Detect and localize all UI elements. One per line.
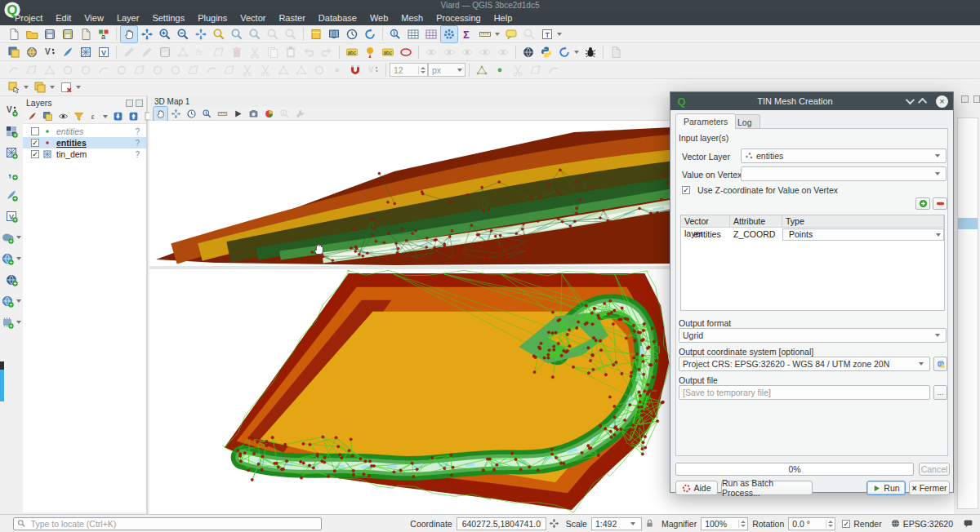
- zoom-full-3d-icon[interactable]: [169, 107, 183, 121]
- zoom-to-selection-icon[interactable]: [229, 26, 245, 42]
- zoom-full-icon[interactable]: [193, 26, 209, 42]
- measure-line-3d-icon[interactable]: [216, 107, 229, 121]
- vertex-table[interactable]: Vector layer Attribute Type entities Z_C…: [680, 215, 945, 311]
- cell-type-combo[interactable]: Points: [782, 228, 944, 241]
- layer-checkbox[interactable]: ✓: [31, 139, 39, 147]
- split-parts-icon[interactable]: [239, 62, 256, 78]
- open-layer-styling-icon[interactable]: [25, 109, 39, 123]
- map-themes-dropdown-arrow[interactable]: [50, 86, 55, 89]
- save-project-icon[interactable]: [42, 26, 58, 42]
- menu-database[interactable]: Database: [312, 11, 363, 25]
- layer-labeling-icon[interactable]: abc: [344, 44, 360, 60]
- field-calculator-icon[interactable]: [423, 26, 439, 42]
- add-delimited-text-layer-icon[interactable]: ,: [3, 166, 20, 182]
- save-layer-edits-icon[interactable]: [157, 44, 173, 60]
- add-line-layer-icon[interactable]: [60, 44, 76, 60]
- layer-diagram-icon[interactable]: [362, 44, 378, 60]
- offset-curve-icon[interactable]: [203, 62, 220, 78]
- show-hidden-labels-icon[interactable]: [459, 44, 475, 60]
- offset-point-symbol-icon[interactable]: [329, 62, 345, 78]
- magnifier-spin[interactable]: 100%: [701, 517, 748, 530]
- first-aid-debug-icon[interactable]: [582, 44, 599, 60]
- zoom-out-icon[interactable]: [175, 26, 191, 42]
- menu-raster[interactable]: Raster: [272, 11, 311, 25]
- add-vector-layer-icon[interactable]: [24, 44, 40, 60]
- add-wms-layer-dropdown-arrow[interactable]: [16, 257, 21, 260]
- value-on-vertex-combo[interactable]: [741, 166, 947, 181]
- hidden-panel-tab[interactable]: [0, 361, 4, 401]
- style-manager-icon[interactable]: a: [96, 26, 112, 42]
- remove-layer-group-dropdown-arrow[interactable]: [76, 86, 81, 89]
- check-geometries-icon[interactable]: [528, 62, 544, 78]
- delete-ring-icon[interactable]: [167, 62, 184, 78]
- undo-icon[interactable]: [301, 44, 317, 60]
- new-annotation-icon[interactable]: [521, 26, 537, 42]
- new-spatial-bookmark-icon[interactable]: [308, 26, 324, 42]
- vertex-table-row[interactable]: entities Z_COORD Points: [681, 228, 944, 242]
- remove-row-button[interactable]: [933, 197, 947, 210]
- new-print-layout-icon[interactable]: [78, 26, 94, 42]
- help-contents-icon[interactable]: [608, 44, 624, 60]
- layers-float-icon[interactable]: [126, 100, 133, 107]
- menu-view[interactable]: View: [78, 11, 110, 25]
- coordinate-input[interactable]: [457, 517, 546, 530]
- zoom-to-layer-icon[interactable]: [211, 26, 227, 42]
- add-oapif-layer-dropdown-arrow[interactable]: [16, 321, 21, 324]
- add-ring-icon[interactable]: [114, 62, 130, 78]
- python-console-icon[interactable]: [538, 44, 555, 60]
- dialog-shade-icon[interactable]: [906, 95, 915, 104]
- play-animation-icon[interactable]: [231, 107, 245, 121]
- cancel-button[interactable]: Cancel: [919, 463, 950, 476]
- menu-layer[interactable]: Layer: [110, 11, 146, 25]
- add-oapif-layer-icon[interactable]: [0, 314, 16, 330]
- processing-selected-row[interactable]: [958, 218, 978, 229]
- menu-settings[interactable]: Settings: [145, 11, 191, 25]
- add-group-icon[interactable]: [41, 109, 55, 123]
- camera-pan-icon[interactable]: [154, 107, 167, 121]
- redo-icon[interactable]: [318, 44, 335, 60]
- layer-checkbox[interactable]: [31, 127, 39, 135]
- metasearch-icon[interactable]: [520, 44, 537, 60]
- export-scene-icon[interactable]: [247, 107, 261, 121]
- processing-toolbox-icon[interactable]: [441, 26, 457, 42]
- add-part-icon[interactable]: [131, 62, 148, 78]
- panel-close-icon[interactable]: [973, 95, 980, 103]
- menu-processing[interactable]: Processing: [430, 11, 487, 25]
- statistics-panel-icon[interactable]: Σ: [459, 26, 475, 42]
- add-mesh-layer-icon[interactable]: [78, 44, 94, 60]
- filter-by-expression-icon[interactable]: ε: [87, 109, 101, 123]
- lock-scale-icon[interactable]: [643, 516, 657, 530]
- rotation-spin[interactable]: 0.0 °: [788, 517, 835, 530]
- copy-move-feature-icon[interactable]: [60, 62, 76, 78]
- layer-item-entities-0[interactable]: entities?: [23, 126, 146, 137]
- add-raster-layer-icon[interactable]: [3, 123, 20, 140]
- crs-select-button[interactable]: [933, 357, 947, 371]
- paste-features-icon[interactable]: [283, 44, 299, 60]
- dialog-close-icon[interactable]: ×: [936, 95, 948, 108]
- collapse-all-icon[interactable]: [127, 109, 140, 123]
- expand-all-icon[interactable]: [111, 109, 125, 123]
- symbol-units-combo[interactable]: px: [428, 63, 466, 77]
- add-row-button[interactable]: [915, 197, 930, 210]
- move-feature-icon[interactable]: [42, 62, 58, 78]
- select-features-icon[interactable]: [6, 79, 22, 95]
- tracing-node-icon[interactable]: [474, 62, 490, 78]
- render-checkbox[interactable]: ✓: [842, 520, 850, 528]
- output-crs-combo[interactable]: Project CRS: EPSG:32620 - WGS 84 / UTM z…: [679, 357, 930, 371]
- layer-indicator-icon[interactable]: ?: [135, 139, 140, 148]
- tab-parameters[interactable]: Parameters: [675, 113, 736, 129]
- close-button[interactable]: × Fermer: [909, 481, 950, 495]
- crs-globe-icon[interactable]: [889, 516, 902, 530]
- show-pinned-labels-icon[interactable]: [423, 44, 439, 60]
- add-xyz-layer-icon[interactable]: [3, 272, 20, 288]
- merge-features-icon[interactable]: [275, 62, 292, 78]
- output-file-input[interactable]: [Save to temporary file]: [679, 385, 930, 400]
- measure-dropdown-arrow[interactable]: [495, 33, 500, 36]
- messages-icon[interactable]: [961, 516, 975, 530]
- new-project-icon[interactable]: [6, 26, 22, 42]
- menu-help[interactable]: Help: [488, 11, 519, 25]
- split-features-icon[interactable]: [257, 62, 274, 78]
- highlight-labels-icon[interactable]: [398, 44, 414, 60]
- panel-float-icon[interactable]: [961, 95, 969, 103]
- menu-web[interactable]: Web: [363, 11, 394, 25]
